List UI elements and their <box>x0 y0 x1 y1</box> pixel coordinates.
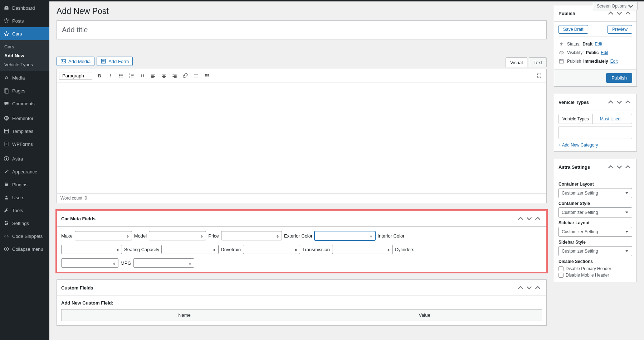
preview-button[interactable]: Preview <box>608 25 632 34</box>
add-form-button[interactable]: Add Form <box>97 57 133 66</box>
media-icon <box>3 74 10 81</box>
svg-point-32 <box>119 75 119 76</box>
svg-point-18 <box>6 196 8 197</box>
move-up-icon[interactable] <box>516 214 525 223</box>
move-up-icon[interactable] <box>606 163 615 171</box>
field-select-interior-color[interactable] <box>61 245 122 254</box>
sidebar-subitem[interactable]: Cars <box>0 42 49 51</box>
field-select-make[interactable] <box>75 231 132 240</box>
svg-rect-60 <box>208 74 209 75</box>
field-select-drivetrain[interactable] <box>243 245 300 254</box>
italic-button[interactable]: I <box>105 71 115 81</box>
sidebar-item-posts[interactable]: Posts <box>0 14 49 27</box>
svg-point-17 <box>7 169 8 171</box>
astra-icon <box>3 155 10 162</box>
field-select-cylinders[interactable] <box>61 258 118 268</box>
move-up-icon[interactable] <box>606 98 615 106</box>
sidebar-item-settings[interactable]: Settings <box>0 217 49 230</box>
svg-rect-62 <box>206 75 207 76</box>
move-down-icon[interactable] <box>525 283 533 292</box>
fullscreen-button[interactable] <box>534 71 544 81</box>
number-list-button[interactable]: 123 <box>127 71 137 81</box>
toolbar-toggle-button[interactable] <box>202 71 212 81</box>
field-select-transmission[interactable] <box>332 245 393 254</box>
tab-visual[interactable]: Visual <box>506 57 527 67</box>
format-select[interactable]: Paragraph <box>59 72 92 80</box>
sidebar-item-users[interactable]: Users <box>0 191 49 204</box>
sidebar-item-elementor[interactable]: Elementor <box>0 112 49 125</box>
sidebar-subitem[interactable]: Vehicle Types <box>0 60 49 69</box>
field-label-cylinders: Cylinders <box>395 247 414 252</box>
collapse-icon <box>3 245 10 253</box>
edit-visibility-link[interactable]: Edit <box>601 50 608 55</box>
move-down-icon[interactable] <box>525 214 533 223</box>
category-list[interactable] <box>558 126 632 139</box>
toggle-icon[interactable] <box>624 98 632 106</box>
tab-vehicle-types[interactable]: Vehicle Types <box>559 114 593 124</box>
field-select-mpg[interactable] <box>133 258 194 268</box>
sidebar-item-astra[interactable]: Astra <box>0 152 49 165</box>
page-title: Add New Post <box>57 5 547 20</box>
svg-rect-6 <box>6 117 8 118</box>
bullet-list-button[interactable] <box>116 71 126 81</box>
add-media-button[interactable]: Add Media <box>57 57 94 66</box>
container-layout-select[interactable]: Customizer Setting <box>558 188 632 198</box>
sidebar-item-comments[interactable]: Comments <box>0 97 49 110</box>
sidebar-item-pages[interactable]: Pages <box>0 84 49 97</box>
align-left-button[interactable] <box>148 71 158 81</box>
chevron-down-icon <box>628 3 634 9</box>
toggle-icon[interactable] <box>533 283 542 292</box>
align-right-button[interactable] <box>170 71 180 81</box>
toggle-icon[interactable] <box>624 163 632 171</box>
sidebar-item-wpforms[interactable]: WPForms <box>0 138 49 150</box>
sidebar-item-collapse[interactable]: Collapse menu <box>0 243 49 255</box>
tab-text[interactable]: Text <box>529 57 547 67</box>
settings-icon <box>3 220 10 227</box>
post-title-input[interactable] <box>57 20 547 39</box>
svg-point-26 <box>62 60 63 61</box>
svg-rect-9 <box>4 129 8 133</box>
sidebar-item-cars[interactable]: Cars <box>0 27 49 40</box>
pin-icon <box>558 41 565 47</box>
screen-options-button[interactable]: Screen Options <box>593 2 638 10</box>
edit-publish-link[interactable]: Edit <box>610 59 618 64</box>
tab-most-used[interactable]: Most Used <box>596 114 624 124</box>
quote-button[interactable] <box>137 71 147 81</box>
move-down-icon[interactable] <box>615 163 624 171</box>
sidebar-item-tools[interactable]: Tools <box>0 204 49 217</box>
field-select-price[interactable] <box>221 231 282 240</box>
add-new-category-link[interactable]: + Add New Category <box>558 143 598 148</box>
posts-icon <box>3 17 10 24</box>
publish-button[interactable]: Publish <box>606 73 632 83</box>
sidebar-item-code-snippets[interactable]: Code Snippets <box>0 230 49 243</box>
disable-primary-checkbox[interactable]: Disable Primary Header <box>558 265 632 272</box>
disable-mobile-checkbox[interactable]: Disable Mobile Header <box>558 272 632 278</box>
sidebar-item-plugins[interactable]: Plugins <box>0 178 49 191</box>
edit-status-link[interactable]: Edit <box>595 42 602 47</box>
editor-body[interactable] <box>57 82 547 193</box>
sidebar-item-appearance[interactable]: Appearance <box>0 165 49 178</box>
sidebar-item-media[interactable]: Media <box>0 71 49 84</box>
custom-fields-box: Custom Fields Add New Custom Field: Name… <box>57 279 547 326</box>
field-select-exterior-color[interactable] <box>314 231 375 240</box>
align-center-button[interactable] <box>159 71 169 81</box>
sidebar-subitem[interactable]: Add New <box>0 51 49 60</box>
save-draft-button[interactable]: Save Draft <box>558 25 588 34</box>
toggle-icon[interactable] <box>533 214 542 223</box>
bold-button[interactable]: B <box>94 71 104 81</box>
sidebar-style-select[interactable]: Customizer Setting <box>558 246 632 256</box>
sidebar-layout-select[interactable]: Customizer Setting <box>558 227 632 237</box>
move-down-icon[interactable] <box>615 98 624 106</box>
link-button[interactable] <box>180 71 190 81</box>
sidebar-item-dashboard[interactable]: Dashboard <box>0 1 49 14</box>
field-select-seating-capacity[interactable] <box>161 245 219 254</box>
field-label-model: Model <box>134 233 147 239</box>
sidebar-item-templates[interactable]: Templates <box>0 125 49 138</box>
field-select-model[interactable] <box>149 231 206 240</box>
move-up-icon[interactable] <box>516 283 525 292</box>
word-count: Word count: 0 <box>57 193 547 203</box>
readmore-button[interactable] <box>191 71 201 81</box>
container-style-select[interactable]: Customizer Setting <box>558 207 632 217</box>
svg-rect-58 <box>205 74 206 75</box>
svg-rect-59 <box>206 74 207 75</box>
